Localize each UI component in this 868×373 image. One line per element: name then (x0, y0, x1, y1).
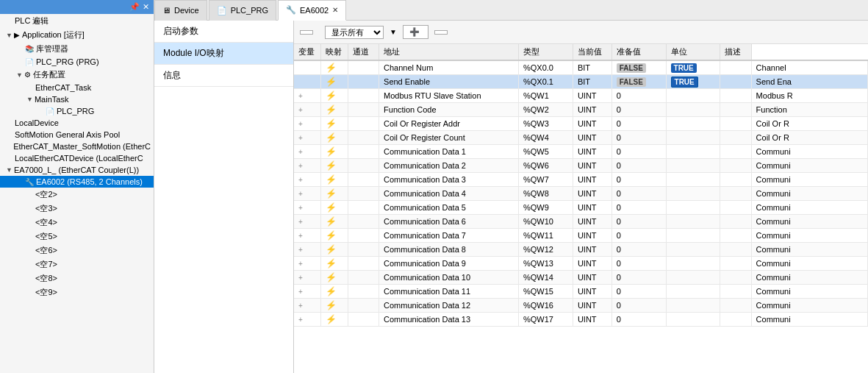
expand-cell[interactable]: + (294, 103, 320, 117)
sidebar-item-13[interactable]: 🔧EA6002 (RS485, 2 Channels) (0, 176, 154, 188)
expand-cell[interactable]: + (294, 173, 320, 187)
table-row[interactable]: +⚡Communication Data 1%QW5UINT0Communi (294, 145, 868, 159)
sidebar-item-4[interactable]: ▼⚙任务配置 (0, 68, 154, 82)
sidebar-item-6[interactable]: ▼MainTask (0, 93, 154, 105)
expand-cell[interactable]: + (294, 159, 320, 173)
expand-icon[interactable]: + (298, 218, 303, 226)
sidebar-item-18[interactable]: <空6> (0, 244, 154, 257)
table-row[interactable]: +⚡Communication Data 10%QW14UINT0Communi (294, 271, 868, 285)
table-row[interactable]: +⚡Communication Data 12%QW16UINT0Communi (294, 299, 868, 313)
table-row[interactable]: +⚡Communication Data 13%QW17UINT0Communi (294, 313, 868, 327)
expand-icon[interactable]: + (298, 148, 303, 156)
sidebar-item-12[interactable]: ▼EA7000_L_ (EtherCAT Coupler(L)) (0, 164, 154, 176)
expand-icon[interactable]: + (298, 274, 303, 282)
preset-val-cell[interactable] (666, 229, 720, 243)
expand-icon[interactable]: + (298, 190, 303, 198)
expand-icon[interactable]: + (298, 316, 303, 324)
sidebar-item-10[interactable]: EtherCAT_Master_SoftMotion (EtherC (0, 141, 154, 152)
expand-icon[interactable]: + (298, 120, 303, 128)
sidebar-item-3[interactable]: 📄PLC_PRG (PRG) (0, 56, 154, 68)
expand-icon[interactable]: + (298, 204, 303, 212)
expand-icon[interactable]: + (298, 260, 303, 268)
nav-item-1[interactable]: Module I/O映射 (154, 43, 293, 65)
expand-cell[interactable]: + (294, 89, 320, 103)
nav-item-2[interactable]: 信息 (154, 65, 293, 87)
table-row[interactable]: ⚡Send Enable%QX0.1BITFALSETRUESend Ena (294, 75, 868, 89)
expand-cell[interactable]: + (294, 117, 320, 131)
close-icon[interactable]: ✕ (143, 2, 149, 12)
preset-val-cell[interactable]: TRUE (666, 75, 720, 89)
sidebar-item-17[interactable]: <空5> (0, 230, 154, 244)
table-row[interactable]: +⚡Communication Data 5%QW9UINT0Communi (294, 201, 868, 215)
table-container[interactable]: 变量映射通道地址类型当前值准备值单位描述 ⚡Channel Num%QX0.0B… (294, 44, 868, 373)
add-fb-button[interactable]: ➕ (403, 25, 428, 39)
expand-cell[interactable]: + (294, 243, 320, 257)
sidebar-item-16[interactable]: <空4> (0, 216, 154, 230)
tab-plc_prg[interactable]: 📄PLC_PRG (209, 0, 276, 21)
table-row[interactable]: +⚡Communication Data 6%QW10UINT0Communi (294, 215, 868, 229)
sidebar-item-8[interactable]: LocalDevice (0, 117, 154, 129)
expand-cell[interactable]: + (294, 299, 320, 313)
expand-icon[interactable]: + (298, 176, 303, 184)
expand-cell[interactable]: + (294, 229, 320, 243)
filter-select[interactable]: 显示所有 (325, 26, 384, 39)
tab-close[interactable]: ✕ (332, 6, 338, 14)
sidebar-item-21[interactable]: <空9> (0, 285, 154, 299)
preset-val-cell[interactable] (666, 299, 720, 313)
expand-cell[interactable]: + (294, 271, 320, 285)
tab-ea6002[interactable]: 🔧EA6002✕ (278, 0, 346, 21)
pin-icon[interactable]: 📌 (129, 2, 140, 12)
preset-val-cell[interactable] (666, 215, 720, 229)
table-row[interactable]: +⚡Communication Data 3%QW7UINT0Communi (294, 173, 868, 187)
preset-val-cell[interactable] (666, 103, 720, 117)
expand-cell[interactable] (294, 75, 320, 89)
expand-cell[interactable] (294, 60, 320, 75)
table-row[interactable]: +⚡Communication Data 2%QW6UINT0Communi (294, 159, 868, 173)
table-row[interactable]: +⚡Communication Data 11%QW15UINT0Communi (294, 285, 868, 299)
find-button[interactable] (300, 30, 313, 35)
expand-cell[interactable]: + (294, 313, 320, 327)
expand-icon[interactable]: + (298, 246, 303, 254)
preset-val-cell[interactable] (666, 243, 720, 257)
table-row[interactable]: +⚡Communication Data 9%QW13UINT0Communi (294, 257, 868, 271)
sidebar-item-19[interactable]: <空7> (0, 257, 154, 271)
preset-val-cell[interactable] (666, 187, 720, 201)
sidebar-item-2[interactable]: 📚库管理器 (0, 42, 154, 56)
preset-val-cell[interactable] (666, 117, 720, 131)
table-row[interactable]: +⚡Modbus RTU Slave Station%QW1UINT0Modbu… (294, 89, 868, 103)
expand-icon[interactable]: + (298, 288, 303, 296)
preset-val-cell[interactable] (666, 145, 720, 159)
expand-icon[interactable]: + (298, 302, 303, 310)
preset-val-cell[interactable] (666, 257, 720, 271)
expand-icon[interactable]: + (298, 162, 303, 170)
preset-val-cell[interactable] (666, 313, 720, 327)
sidebar-item-7[interactable]: 📄PLC_PRG (0, 105, 154, 117)
table-row[interactable]: +⚡Function Code%QW2UINT0Function (294, 103, 868, 117)
table-row[interactable]: +⚡Communication Data 4%QW8UINT0Communi (294, 187, 868, 201)
expand-cell[interactable]: + (294, 145, 320, 159)
expand-cell[interactable]: + (294, 187, 320, 201)
sidebar-item-14[interactable]: <空2> (0, 188, 154, 202)
sidebar-item-0[interactable]: PLC 遍辑 (0, 14, 154, 28)
expand-cell[interactable]: + (294, 201, 320, 215)
preset-val-cell[interactable] (666, 271, 720, 285)
preset-val-cell[interactable]: TRUE (666, 60, 720, 75)
go-install-button[interactable] (434, 30, 448, 35)
table-row[interactable]: ⚡Channel Num%QX0.0BITFALSETRUEChannel (294, 60, 868, 75)
sidebar-item-20[interactable]: <空8> (0, 271, 154, 285)
preset-val-cell[interactable] (666, 89, 720, 103)
table-row[interactable]: +⚡Coil Or Register Addr%QW3UINT0Coil Or … (294, 117, 868, 131)
tab-device[interactable]: 🖥Device (154, 0, 207, 21)
expand-icon[interactable]: + (298, 106, 303, 114)
preset-val-cell[interactable] (666, 159, 720, 173)
preset-val-cell[interactable] (666, 201, 720, 215)
expand-cell[interactable]: + (294, 257, 320, 271)
expand-icon[interactable]: + (298, 134, 303, 142)
preset-val-cell[interactable] (666, 131, 720, 145)
expand-cell[interactable]: + (294, 215, 320, 229)
sidebar-item-9[interactable]: SoftMotion General Axis Pool (0, 129, 154, 141)
table-row[interactable]: +⚡Coil Or Register Count%QW4UINT0Coil Or… (294, 131, 868, 145)
preset-val-cell[interactable] (666, 173, 720, 187)
expand-icon[interactable]: + (298, 92, 303, 100)
sidebar-item-5[interactable]: EtherCAT_Task (0, 82, 154, 93)
